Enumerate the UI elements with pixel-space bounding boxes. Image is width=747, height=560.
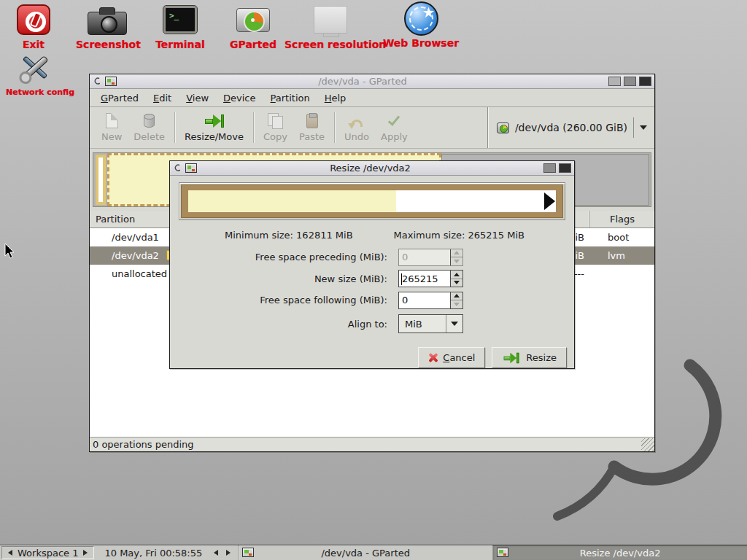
copy-button[interactable]: Copy	[258, 109, 293, 147]
dialog-maximize-button[interactable]	[543, 163, 556, 173]
resize-button[interactable]: Resize	[492, 347, 567, 368]
paste-button[interactable]: Paste	[293, 109, 330, 147]
menu-help[interactable]: Help	[317, 90, 354, 106]
task-next-icon[interactable]	[226, 550, 231, 556]
gparted-disk-icon	[236, 8, 270, 32]
resize-handle-arrow[interactable]	[544, 192, 555, 210]
toolbar-separator	[253, 112, 254, 143]
toolbar: New Delete Resize/Move Copy Paste Undo	[90, 107, 654, 149]
delete-icon	[144, 113, 155, 129]
spin-up-icon[interactable]	[451, 271, 462, 279]
gparted-app-icon	[242, 548, 254, 557]
task-pager	[211, 545, 238, 560]
text-caret	[401, 273, 402, 285]
desktop-icon-network-config[interactable]: Network config	[6, 51, 64, 97]
close-button[interactable]	[639, 77, 651, 86]
column-header-flags[interactable]: Flags	[590, 211, 654, 228]
debian-swirl-icon	[173, 163, 182, 174]
taskbar-item-resize-dialog[interactable]: Resize /dev/vda2	[492, 545, 747, 560]
chevron-down-icon	[640, 125, 647, 130]
desktop-icon-gparted[interactable]: GParted	[226, 2, 280, 50]
desktop-icon-screenshot[interactable]: Screenshot	[76, 2, 139, 50]
desktop-icon-label: GParted	[226, 39, 280, 50]
free-space-following-spinner[interactable]	[398, 292, 463, 309]
workspace-prev-icon[interactable]	[8, 550, 12, 556]
free-space-preceding-spinner	[398, 249, 463, 266]
desktop-icon-label: Screenshot	[76, 39, 139, 50]
toolbar-separator	[174, 112, 175, 143]
delete-button[interactable]: Delete	[128, 109, 171, 147]
undo-icon	[351, 113, 363, 129]
copy-icon	[268, 113, 282, 129]
toolbar-separator	[334, 112, 335, 143]
free-space-following-input[interactable]	[399, 292, 450, 308]
new-button[interactable]: New	[96, 109, 128, 147]
free-space-preceding-row: Free space preceding (MiB):	[170, 246, 574, 268]
apply-icon	[391, 113, 397, 129]
task-prev-icon[interactable]	[214, 550, 218, 556]
clock: 10 May, Fri 00:58:55	[94, 545, 211, 560]
menu-device[interactable]: Device	[216, 90, 263, 106]
menu-partition[interactable]: Partition	[263, 90, 317, 106]
flags-cell: boot	[590, 232, 654, 243]
desktop-icon-web-browser[interactable]: Web Browser	[378, 1, 464, 49]
desktop-icon-label: Web Browser	[378, 37, 464, 49]
min-max-row: Minimum size: 162811 MiB Maximum size: 2…	[170, 230, 574, 241]
apply-button[interactable]: Apply	[375, 109, 414, 147]
free-space-preceding-input	[399, 249, 450, 265]
flags-cell: lvm	[590, 250, 654, 261]
cancel-button[interactable]: Cancel	[418, 347, 485, 368]
new-partition-icon	[106, 113, 118, 129]
chevron-down-icon	[446, 322, 462, 326]
gparted-titlebar[interactable]: /dev/vda - GParted	[90, 74, 654, 89]
dialog-close-button[interactable]	[559, 163, 571, 173]
device-selector[interactable]: /dev/vda (260.00 GiB)	[487, 107, 654, 148]
menu-edit[interactable]: Edit	[146, 90, 179, 106]
dialog-titlebar[interactable]: Resize /dev/vda2	[170, 161, 574, 176]
resize-used-bar	[188, 190, 396, 212]
debian-swirl-icon	[93, 76, 102, 87]
resize-dialog: Resize /dev/vda2 Minimum size: 162811 Mi…	[169, 160, 575, 369]
spin-up-icon[interactable]	[451, 292, 462, 301]
undo-button[interactable]: Undo	[338, 109, 375, 147]
workspace-next-icon[interactable]	[83, 550, 88, 556]
desktop-icon-screen-resolution[interactable]: Screen resolution	[285, 2, 376, 50]
new-size-input[interactable]	[399, 271, 450, 287]
new-size-spinner[interactable]	[398, 270, 463, 287]
spin-down-icon	[451, 257, 462, 265]
minimum-size-label: Minimum size: 162811 MiB	[225, 230, 353, 241]
maximize-button[interactable]	[624, 77, 636, 86]
desktop-icon-exit[interactable]: Exit	[13, 2, 54, 50]
partition-segment-vda1[interactable]	[96, 155, 106, 205]
resize-slider[interactable]	[179, 182, 565, 220]
resize-move-button[interactable]: Resize/Move	[179, 109, 249, 147]
align-to-value: MiB	[399, 319, 446, 330]
dialog-title: Resize /dev/vda2	[200, 163, 541, 174]
window-title: /dev/vda - GParted	[120, 76, 605, 87]
monitor-icon	[314, 6, 347, 34]
paste-icon	[306, 113, 318, 129]
taskbar-item-gparted[interactable]: /dev/vda - GParted	[238, 545, 492, 560]
menu-gparted[interactable]: GParted	[93, 90, 146, 106]
desktop-icon-label: Screen resolution	[285, 39, 376, 50]
globe-icon	[404, 1, 438, 36]
spin-down-icon[interactable]	[451, 300, 462, 308]
status-text: 0 operations pending	[93, 439, 194, 450]
camera-icon	[88, 12, 127, 35]
menu-view[interactable]: View	[179, 90, 216, 106]
resize-grip[interactable]	[641, 438, 654, 451]
align-to-dropdown[interactable]: MiB	[398, 314, 463, 333]
spin-down-icon[interactable]	[451, 279, 462, 287]
combo-divider	[633, 117, 634, 138]
workspace-switcher: Workspace 1	[1, 546, 94, 559]
dialog-button-row: Cancel Resize	[177, 347, 567, 368]
desktop-icon-label: Terminal	[150, 39, 210, 50]
resize-move-icon	[205, 113, 224, 129]
align-to-row: Align to: MiB	[170, 312, 574, 335]
desktop-icon-label: Exit	[13, 39, 54, 50]
desktop-icon-terminal[interactable]: >_ Terminal	[150, 2, 210, 50]
minimize-button[interactable]	[608, 77, 621, 86]
disk-icon	[497, 122, 509, 133]
mouse-cursor	[4, 244, 16, 260]
power-icon	[17, 4, 50, 35]
